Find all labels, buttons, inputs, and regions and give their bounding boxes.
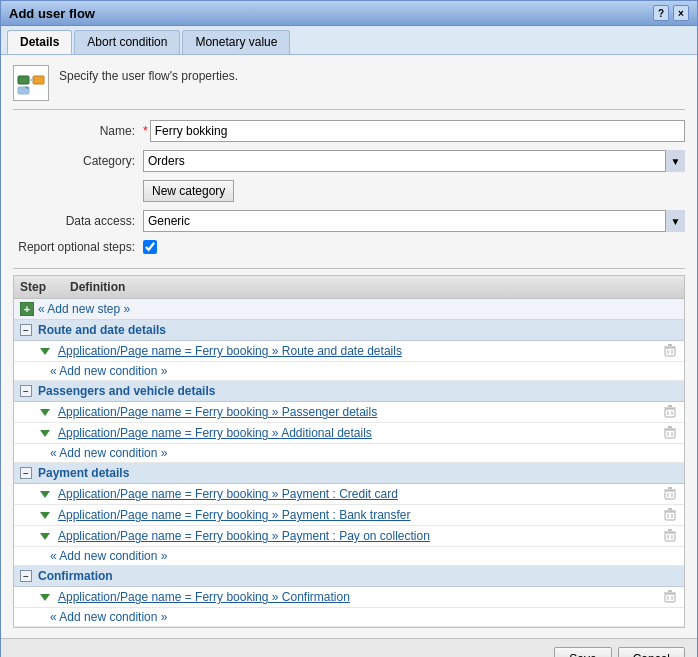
header-step: Step	[14, 279, 64, 295]
delete-condition-pay-3[interactable]	[662, 528, 678, 544]
add-condition-link-payment[interactable]: « Add new condition »	[50, 549, 167, 563]
svg-rect-0	[18, 76, 29, 84]
cancel-button[interactable]: Cancel	[618, 647, 685, 657]
category-select[interactable]: Orders	[143, 150, 685, 172]
condition-arrow-icon-1	[38, 344, 52, 358]
section-title-confirmation: Confirmation	[38, 569, 113, 583]
trash-icon	[663, 426, 677, 440]
name-row: Name: *	[13, 120, 685, 142]
name-input[interactable]	[150, 120, 685, 142]
section-title-passengers: Passengers and vehicle details	[38, 384, 215, 398]
condition-row-pay-2: Application/Page name = Ferry booking » …	[14, 505, 684, 526]
condition-text-conf-1[interactable]: Application/Page name = Ferry booking » …	[58, 590, 656, 604]
section-collapse-passengers[interactable]: −	[20, 385, 32, 397]
condition-row-pass-2: Application/Page name = Ferry booking » …	[14, 423, 684, 444]
condition-row-conf-1: Application/Page name = Ferry booking » …	[14, 587, 684, 608]
condition-text-route-1[interactable]: Application/Page name = Ferry booking » …	[58, 344, 656, 358]
divider	[13, 268, 685, 269]
condition-text-pay-1[interactable]: Application/Page name = Ferry booking » …	[58, 487, 656, 501]
data-access-select[interactable]: Generic	[143, 210, 685, 232]
delete-condition-route-1[interactable]	[662, 343, 678, 359]
dialog-controls: ? ×	[653, 5, 689, 21]
step-definition-table: Step Definition + « Add new step » − Rou…	[13, 275, 685, 628]
delete-condition-pass-1[interactable]	[662, 404, 678, 420]
add-condition-route: « Add new condition »	[14, 362, 684, 381]
condition-arrow-icon-pass-2	[38, 426, 52, 440]
trash-icon	[663, 508, 677, 522]
help-button[interactable]: ?	[653, 5, 669, 21]
step-def-header: Step Definition	[14, 276, 684, 299]
condition-text-pass-1[interactable]: Application/Page name = Ferry booking » …	[58, 405, 656, 419]
add-step-icon: +	[20, 302, 34, 316]
add-condition-payment: « Add new condition »	[14, 547, 684, 566]
add-condition-confirmation: « Add new condition »	[14, 608, 684, 627]
trash-icon	[663, 529, 677, 543]
section-title-route-date: Route and date details	[38, 323, 166, 337]
condition-text-pay-3[interactable]: Application/Page name = Ferry booking » …	[58, 529, 656, 543]
delete-condition-pass-2[interactable]	[662, 425, 678, 441]
condition-arrow-icon-pay-3	[38, 529, 52, 543]
name-label: Name:	[13, 124, 143, 138]
section-title-payment: Payment details	[38, 466, 129, 480]
new-category-row: New category	[13, 180, 685, 202]
condition-arrow-icon-pass-1	[38, 405, 52, 419]
svg-rect-6	[665, 348, 675, 356]
condition-row-pay-1: Application/Page name = Ferry booking » …	[14, 484, 684, 505]
condition-arrow-icon-conf-1	[38, 590, 52, 604]
category-select-wrapper: Orders ▼	[143, 150, 685, 172]
data-access-row: Data access: Generic ▼	[13, 210, 685, 232]
delete-condition-pay-2[interactable]	[662, 507, 678, 523]
condition-row-route-1: Application/Page name = Ferry booking » …	[14, 341, 684, 362]
header-section: Specify the user flow's properties.	[13, 65, 685, 110]
section-collapse-payment[interactable]: −	[20, 467, 32, 479]
section-confirmation: − Confirmation	[14, 566, 684, 587]
svg-rect-1	[33, 76, 44, 84]
add-condition-link-passengers[interactable]: « Add new condition »	[50, 446, 167, 460]
add-condition-link-route[interactable]: « Add new condition »	[50, 364, 167, 378]
trash-icon	[663, 487, 677, 501]
dialog-content: Specify the user flow's properties. Name…	[1, 55, 697, 638]
section-route-date: − Route and date details	[14, 320, 684, 341]
add-condition-link-confirmation[interactable]: « Add new condition »	[50, 610, 167, 624]
category-row: Category: Orders ▼	[13, 150, 685, 172]
condition-row-pay-3: Application/Page name = Ferry booking » …	[14, 526, 684, 547]
close-button[interactable]: ×	[673, 5, 689, 21]
trash-icon	[663, 405, 677, 419]
new-category-button[interactable]: New category	[143, 180, 234, 202]
condition-text-pay-2[interactable]: Application/Page name = Ferry booking » …	[58, 508, 656, 522]
section-collapse-confirmation[interactable]: −	[20, 570, 32, 582]
add-user-flow-dialog: Add user flow ? × Details Abort conditio…	[0, 0, 698, 657]
svg-rect-16	[665, 430, 675, 438]
header-description: Specify the user flow's properties.	[59, 65, 238, 83]
tab-abort-condition[interactable]: Abort condition	[74, 30, 180, 54]
add-step-row: + « Add new step »	[14, 299, 684, 320]
add-step-link[interactable]: « Add new step »	[38, 302, 130, 316]
svg-rect-21	[665, 491, 675, 499]
section-payment: − Payment details	[14, 463, 684, 484]
trash-icon	[663, 590, 677, 604]
category-label: Category:	[13, 154, 143, 168]
condition-row-pass-1: Application/Page name = Ferry booking » …	[14, 402, 684, 423]
required-star: *	[143, 124, 148, 138]
condition-arrow-icon-pay-2	[38, 508, 52, 522]
condition-text-pass-2[interactable]: Application/Page name = Ferry booking » …	[58, 426, 656, 440]
report-optional-row: Report optional steps:	[13, 240, 685, 254]
flow-icon	[13, 65, 49, 101]
header-definition: Definition	[64, 279, 131, 295]
svg-rect-11	[665, 409, 675, 417]
svg-rect-5	[18, 87, 29, 94]
section-passengers: − Passengers and vehicle details	[14, 381, 684, 402]
dialog-titlebar: Add user flow ? ×	[1, 1, 697, 26]
delete-condition-pay-1[interactable]	[662, 486, 678, 502]
section-collapse-route-date[interactable]: −	[20, 324, 32, 336]
svg-rect-26	[665, 512, 675, 520]
delete-condition-conf-1[interactable]	[662, 589, 678, 605]
tab-monetary-value[interactable]: Monetary value	[182, 30, 290, 54]
trash-icon	[663, 344, 677, 358]
report-optional-checkbox[interactable]	[143, 240, 157, 254]
dialog-title: Add user flow	[9, 6, 95, 21]
save-button[interactable]: Save	[554, 647, 611, 657]
add-condition-passengers: « Add new condition »	[14, 444, 684, 463]
svg-rect-31	[665, 533, 675, 541]
tab-details[interactable]: Details	[7, 30, 72, 54]
